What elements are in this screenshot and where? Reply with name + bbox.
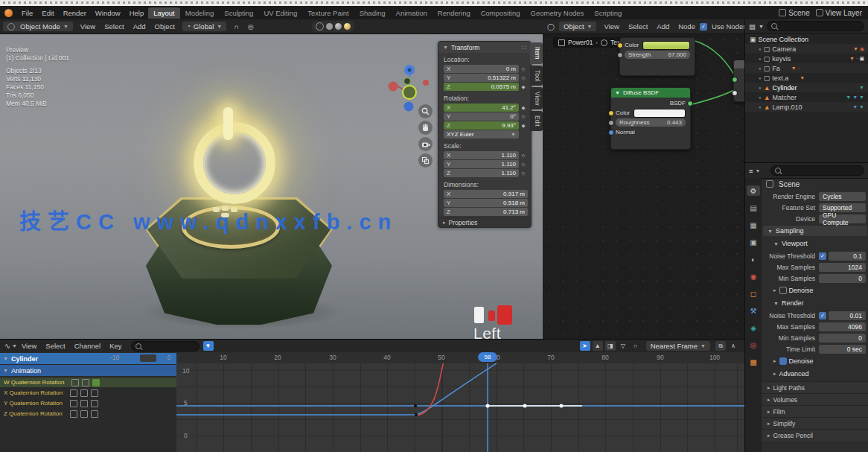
workspace-tab-modeling[interactable]: Modeling [180,7,220,19]
workspace-tab-shading[interactable]: Shading [354,7,391,19]
vp-max-samples-field[interactable]: 1024 [819,263,866,272]
output-properties-tab[interactable]: ▤ [747,203,760,213]
cursor-tool-button[interactable]: ➤ [580,341,590,351]
r-max-samples-field[interactable]: 4096 [819,322,866,331]
channel-row-x[interactable]: X Quaternion Rotation [0,388,176,398]
collapsed-panel[interactable]: ▸ Properties [438,217,531,227]
filter-toggle-button[interactable]: ▼ [203,341,214,351]
animate-decorator-icon[interactable]: ◇ [519,66,528,72]
scale-y-field[interactable]: Y1.110 [444,160,519,168]
outliner-row-text[interactable]: ● ▢ text.a ▼ [745,73,868,83]
input-socket[interactable] [732,90,738,96]
proportional-edit-icon[interactable]: ◎ [243,22,258,32]
outliner-row-keyvis[interactable]: ● ▢ keyvis ▼·▣ [745,54,868,63]
outliner-row-camera[interactable]: ● ▢ Camera ▼◉ [745,44,868,54]
snap-mode-dropdown[interactable]: Nearest Frame▼ [646,341,710,351]
menu-edit[interactable]: Edit [37,7,58,19]
viewport-menu-view[interactable]: View [76,21,100,32]
animate-decorator-icon[interactable]: ◆ [519,123,528,129]
workspace-tab-geometry-nodes[interactable]: Geometry Nodes [526,7,590,19]
shading-solid-icon[interactable] [326,23,333,30]
checkbox-icon[interactable] [779,287,787,294]
channel-row-z[interactable]: Z Quaternion Rotation [0,409,176,418]
frame-panel-button[interactable]: ◨ [605,341,616,351]
mute-icon[interactable] [80,400,88,407]
r-denoise-row[interactable]: ▸ Denoise [769,356,867,366]
sidebar-tab-tool[interactable]: Tool [530,66,543,86]
orientation-dropdown[interactable]: ◔ Global▼ [182,22,226,31]
snap-magnet-icon[interactable]: ∩ [631,341,641,351]
shading-wireframe-icon[interactable] [316,22,324,31]
outliner-row-matcher[interactable]: ● ▲ Matcher ▼▼▼ [745,92,868,102]
material-output-node[interactable] [733,60,744,102]
animate-decorator-icon[interactable]: ◇ [519,75,528,81]
animate-decorator-icon[interactable]: ◆ [519,105,528,111]
disclosure-dot-icon[interactable]: ● [759,57,762,61]
emission-node[interactable]: Color Strength 67.000 [619,37,695,76]
playhead-frame-badge[interactable]: 58 [478,352,497,362]
blender-logo-icon[interactable] [4,9,13,17]
scale-z-field[interactable]: Z1.110 [444,169,519,177]
scene-selector[interactable]: Scene [779,9,809,17]
modifier-icon[interactable] [71,379,79,386]
workspace-tab-scripting[interactable]: Scripting [589,7,627,19]
vp-noise-threshold-field[interactable]: 0.1 [829,252,866,261]
diffuse-bsdf-node[interactable]: ▼ Diffuse BSDF BSDF Color Roughness 0.44… [610,87,691,150]
zoom-view-button[interactable] [418,104,433,118]
lock-icon[interactable] [91,389,98,397]
mode-dropdown[interactable]: Object Mode▼ [3,22,73,31]
modifier-icon[interactable] [70,410,77,418]
dimensions-y-field[interactable]: Y0.518 m [444,199,528,207]
vp-denoise-row[interactable]: ▸ Denoise [769,285,867,296]
modifier-properties-tab[interactable]: ⚒ [747,305,760,316]
particle-properties-tab[interactable]: ◈ [747,322,760,333]
graph-ruler[interactable]: -10 0 10 20 30 40 50 60 70 80 90 100 [176,352,744,364]
workspace-tab-uv-editing[interactable]: UV Editing [258,7,302,19]
section-film[interactable]: ▸Film [762,405,868,417]
snap-magnet-icon[interactable]: ∩ [229,22,243,32]
workspace-tab-layout[interactable]: Layout [148,7,180,19]
bsdf-output-socket[interactable] [687,101,693,106]
animate-decorator-icon[interactable]: ◇ [519,162,528,168]
strength-field[interactable]: Strength 67.000 [625,51,690,59]
animate-decorator-icon[interactable]: ◆ [519,84,528,90]
rotation-y-field[interactable]: Y0° [444,112,519,121]
graph-editor-icon[interactable]: ∿ [4,342,10,350]
rotation-z-field[interactable]: Z9.93° [444,121,519,130]
checkbox-icon[interactable]: ✓ [819,252,826,260]
color-socket[interactable] [608,110,614,116]
drag-handle-icon[interactable]: ∷ [523,44,526,51]
menu-window[interactable]: Window [91,7,125,19]
workspace-tab-animation[interactable]: Animation [391,7,433,19]
roughness-socket[interactable] [608,120,614,126]
workspace-tab-sculpting[interactable]: Sculpting [219,7,258,19]
rotation-x-field[interactable]: X41.2° [444,104,519,112]
properties-search-input[interactable] [770,165,864,176]
disclosure-dot-icon[interactable]: ● [759,105,762,109]
render-properties-tab[interactable]: ⚙ [747,185,760,196]
menu-help[interactable]: Help [125,7,149,19]
camera-view-button[interactable] [418,137,433,151]
lock-icon[interactable] [91,400,98,407]
viewport-menu-object[interactable]: Object [150,21,179,32]
workspace-tab-texture-paint[interactable]: Texture Paint [302,7,354,19]
outliner-row-scene-collection[interactable]: ▣ Scene Collection [745,34,868,44]
roughness-field[interactable]: Roughness 0.443 [616,118,686,127]
shading-rendered-icon[interactable] [344,23,351,30]
workspace-tab-compositing[interactable]: Compositing [476,7,526,19]
menu-file[interactable]: File [17,7,37,19]
modifier-icon[interactable] [70,400,77,407]
section-grease-pencil[interactable]: ▸Grease Pencil [762,429,868,441]
object-properties-tab[interactable]: ◻ [747,288,760,299]
menu-render[interactable]: Render [59,7,91,19]
graph-menu-channel[interactable]: Channel [70,340,105,351]
graph-menu-view[interactable]: View [17,340,41,351]
location-z-field[interactable]: Z0.0575 m [444,83,519,91]
lock-icon[interactable] [91,410,98,418]
viewport-menu-add[interactable]: Add [129,21,150,32]
checkbox-icon[interactable]: ✓ [819,312,826,319]
strength-socket[interactable] [617,52,623,58]
pivot-point-button[interactable]: ▽ [618,341,628,351]
outliner-row-lamp[interactable]: ● ▲ Lamp.010 ▼▼ [745,102,868,112]
channel-action-row[interactable]: ▼ Animation [0,365,176,376]
